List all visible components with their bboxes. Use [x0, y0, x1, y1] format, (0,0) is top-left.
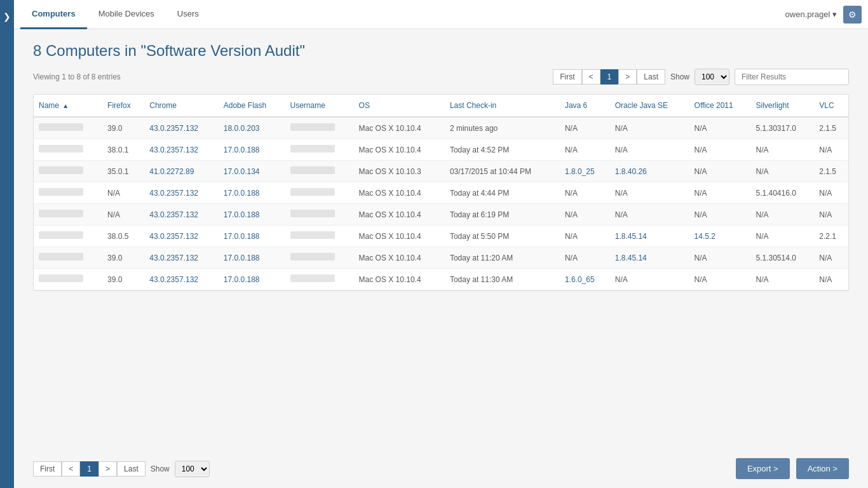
- table-cell[interactable]: 17.0.0.188: [219, 182, 285, 204]
- table-cell[interactable]: [34, 226, 102, 247]
- table-cell[interactable]: 17.0.0.188: [219, 269, 285, 290]
- col-office-2011[interactable]: Office 2011: [689, 95, 751, 117]
- export-button[interactable]: Export >: [736, 458, 790, 479]
- table-cell: 2.1.5: [814, 161, 848, 182]
- top-bar: Viewing 1 to 8 of 8 entries First < 1 > …: [33, 69, 849, 85]
- first-page-btn-bottom[interactable]: First: [33, 461, 62, 477]
- table-cell[interactable]: [34, 204, 102, 226]
- col-chrome[interactable]: Chrome: [144, 95, 219, 117]
- table-cell[interactable]: 1.8.40.26: [610, 161, 689, 182]
- blurred-value[interactable]: [290, 274, 335, 282]
- table-cell: N/A: [814, 269, 848, 290]
- table-cell[interactable]: [285, 161, 354, 182]
- table-cell[interactable]: [285, 247, 354, 269]
- col-name[interactable]: Name ▲: [34, 95, 102, 117]
- table-cell[interactable]: 18.0.0.203: [219, 117, 285, 139]
- blurred-value[interactable]: [39, 145, 83, 152]
- blurred-value[interactable]: [290, 231, 335, 239]
- blurred-value[interactable]: [290, 145, 335, 152]
- blurred-value[interactable]: [39, 210, 83, 217]
- tab-mobile-devices[interactable]: Mobile Devices: [87, 0, 166, 29]
- sidebar-toggle[interactable]: ❯: [3, 11, 11, 22]
- table-cell[interactable]: [34, 117, 102, 139]
- prev-page-btn-bottom[interactable]: <: [62, 461, 80, 477]
- table-cell[interactable]: 43.0.2357.132: [144, 182, 219, 204]
- table-header-row: Name ▲ Firefox Chrome Adobe Flash Userna…: [34, 95, 848, 117]
- table-cell[interactable]: [285, 117, 354, 139]
- table-cell[interactable]: [34, 139, 102, 161]
- blurred-value[interactable]: [290, 253, 335, 261]
- tab-computers[interactable]: Computers: [20, 0, 87, 29]
- table-row: 38.0.543.0.2357.13217.0.0.188Mac OS X 10…: [34, 226, 848, 247]
- table-cell[interactable]: [285, 269, 354, 290]
- table-cell: N/A: [751, 161, 815, 182]
- table-cell[interactable]: 1.6.0_65: [560, 269, 610, 290]
- blurred-value[interactable]: [39, 188, 83, 196]
- action-button[interactable]: Action >: [796, 458, 849, 479]
- table-cell: N/A: [610, 204, 689, 226]
- table-cell[interactable]: [285, 182, 354, 204]
- blurred-value[interactable]: [39, 123, 83, 131]
- table-cell[interactable]: [285, 204, 354, 226]
- col-os[interactable]: OS: [354, 95, 445, 117]
- table-cell[interactable]: 17.0.0.188: [219, 204, 285, 226]
- table-cell: N/A: [560, 117, 610, 139]
- col-vlc[interactable]: VLC: [814, 95, 848, 117]
- table-cell[interactable]: [34, 247, 102, 269]
- col-java6[interactable]: Java 6: [560, 95, 610, 117]
- table-cell[interactable]: 17.0.0.188: [219, 139, 285, 161]
- next-page-btn-bottom[interactable]: >: [98, 461, 117, 477]
- last-page-btn-bottom[interactable]: Last: [117, 461, 146, 477]
- tab-users[interactable]: Users: [166, 0, 210, 29]
- blurred-value[interactable]: [290, 166, 335, 174]
- col-last-checkin[interactable]: Last Check-in: [445, 95, 560, 117]
- table-cell[interactable]: [34, 161, 102, 182]
- blurred-value[interactable]: [39, 253, 83, 261]
- blurred-value[interactable]: [290, 123, 335, 131]
- table-cell[interactable]: 43.0.2357.132: [144, 247, 219, 269]
- table-cell[interactable]: 43.0.2357.132: [144, 226, 219, 247]
- prev-page-btn-top[interactable]: <: [582, 69, 600, 85]
- table-cell[interactable]: 1.8.45.14: [610, 226, 689, 247]
- table-cell[interactable]: 43.0.2357.132: [144, 139, 219, 161]
- table-cell[interactable]: [285, 226, 354, 247]
- blurred-value[interactable]: [290, 210, 335, 217]
- user-name[interactable]: owen.pragel ▾: [785, 10, 837, 19]
- table-cell[interactable]: 14.5.2: [689, 226, 751, 247]
- col-adobe-flash[interactable]: Adobe Flash: [219, 95, 285, 117]
- blurred-value[interactable]: [39, 166, 83, 174]
- table-cell: N/A: [689, 182, 751, 204]
- filter-input[interactable]: [735, 69, 849, 85]
- settings-button[interactable]: ⚙: [843, 6, 862, 24]
- table-row: N/A43.0.2357.13217.0.0.188Mac OS X 10.10…: [34, 182, 848, 204]
- col-oracle-java-se[interactable]: Oracle Java SE: [610, 95, 689, 117]
- blurred-value[interactable]: [39, 274, 83, 282]
- table-cell[interactable]: [34, 182, 102, 204]
- blurred-value[interactable]: [290, 188, 335, 196]
- table-cell[interactable]: 43.0.2357.132: [144, 204, 219, 226]
- table-cell[interactable]: 17.0.0.188: [219, 226, 285, 247]
- table-cell[interactable]: [285, 139, 354, 161]
- first-page-btn-top[interactable]: First: [553, 69, 581, 85]
- col-firefox[interactable]: Firefox: [102, 95, 144, 117]
- table-cell: N/A: [814, 182, 848, 204]
- table-cell[interactable]: [34, 269, 102, 290]
- show-select-bottom[interactable]: 100 50 25: [175, 461, 210, 477]
- next-page-btn-top[interactable]: >: [618, 69, 637, 85]
- table-cell[interactable]: 41.0.2272.89: [144, 161, 219, 182]
- col-silverlight[interactable]: Silverlight: [751, 95, 815, 117]
- show-select-top[interactable]: 100 50 25: [695, 69, 729, 85]
- top-nav: Computers Mobile Devices Users owen.prag…: [14, 0, 868, 29]
- sort-arrow-icon: ▲: [62, 102, 69, 109]
- table-cell: N/A: [689, 117, 751, 139]
- show-label-bottom: Show: [151, 464, 170, 473]
- table-cell[interactable]: 17.0.0.134: [219, 161, 285, 182]
- table-cell[interactable]: 17.0.0.188: [219, 247, 285, 269]
- last-page-btn-top[interactable]: Last: [637, 69, 665, 85]
- table-cell[interactable]: 43.0.2357.132: [144, 117, 219, 139]
- table-cell[interactable]: 1.8.0_25: [560, 161, 610, 182]
- blurred-value[interactable]: [39, 231, 83, 239]
- table-cell[interactable]: 43.0.2357.132: [144, 269, 219, 290]
- col-username[interactable]: Username: [285, 95, 354, 117]
- table-cell[interactable]: 1.8.45.14: [610, 247, 689, 269]
